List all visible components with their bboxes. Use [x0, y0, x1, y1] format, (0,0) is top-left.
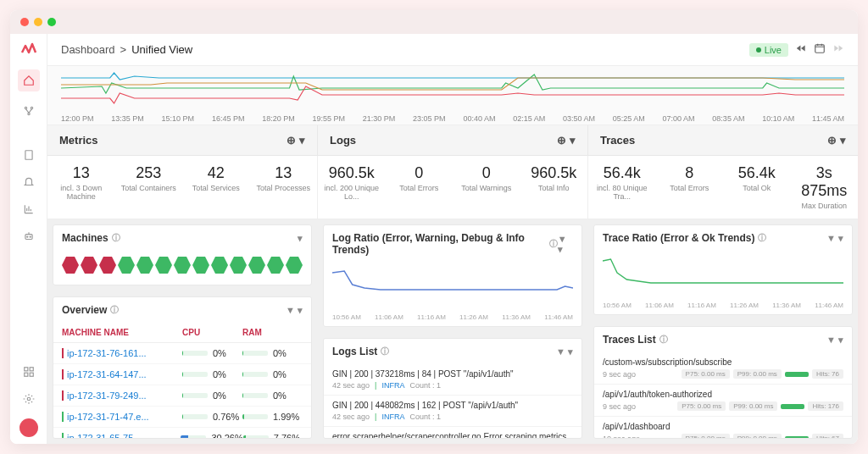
timeline-tick: 10:10 AM — [762, 114, 794, 123]
filter-icon[interactable]: ▾ — [298, 233, 303, 244]
machine-hex[interactable] — [174, 256, 191, 274]
logo-icon — [20, 41, 37, 58]
svg-point-0 — [25, 107, 26, 108]
info-icon[interactable]: ⓘ — [110, 304, 119, 316]
sidebar-gear-icon[interactable] — [21, 391, 36, 407]
log-ratio-panel: Log Ratio (Error, Warning, Debug & Info … — [323, 224, 582, 327]
topbar: Dashboard > Unified View Live — [47, 34, 858, 66]
info-icon[interactable]: ⓘ — [758, 232, 766, 244]
machine-hex[interactable] — [211, 256, 228, 274]
timeline-tick: 13:35 PM — [111, 114, 144, 123]
table-row[interactable]: ip-172-31-64-147...0%0% — [53, 364, 311, 385]
timeline-tick: 23:05 PM — [413, 114, 446, 123]
svg-rect-3 — [25, 151, 31, 160]
timeline-tick: 03:50 AM — [563, 114, 595, 123]
log-item[interactable]: error scraperhelper/scrapercontroller.go… — [324, 427, 581, 439]
timeline-tick: 12:00 PM — [61, 114, 94, 123]
breadcrumb: Dashboard > Unified View — [61, 43, 192, 56]
table-row[interactable]: ip-172-31-76-161...0%0% — [53, 343, 311, 364]
machine-hex[interactable] — [267, 256, 284, 274]
filter-icon[interactable]: ▼ ▾ — [556, 346, 573, 357]
breadcrumb-current: Unified View — [131, 43, 192, 56]
calendar-icon[interactable] — [814, 42, 826, 57]
overview-panel: Overviewⓘ▼ ▾ MACHINE NAMECPURAM ip-172-3… — [53, 296, 312, 439]
stat: 56.4kTotal Ok — [723, 156, 791, 219]
timeline-tick: 02:15 AM — [513, 114, 545, 123]
machine-hex[interactable] — [192, 256, 209, 274]
timeline-tick: 15:10 PM — [162, 114, 195, 123]
sidebar-chart-icon[interactable] — [21, 202, 36, 217]
stat: 253Total Containers — [115, 156, 183, 219]
info-icon[interactable]: ⓘ — [112, 232, 120, 244]
forward-icon[interactable] — [832, 42, 844, 57]
logs-add-icon[interactable]: ⊕ ▾ — [557, 134, 576, 147]
sidebar-grid-icon[interactable] — [21, 364, 36, 379]
info-icon[interactable]: ⓘ — [549, 238, 558, 250]
machine-hex[interactable] — [230, 256, 247, 274]
machine-hex[interactable] — [286, 256, 303, 274]
stat: 56.4kincl. 80 Unique Tra... — [588, 156, 656, 219]
filter-icon[interactable]: ▼ ▾ — [286, 305, 303, 316]
trace-item[interactable]: /api/v1/auth/token-authorized9 sec agoP7… — [594, 385, 852, 417]
machine-hex[interactable] — [118, 256, 135, 274]
section-metrics: Metrics⊕ ▾ — [47, 125, 318, 155]
stat: 960.5kincl. 200 Unique Lo... — [318, 156, 386, 219]
breadcrumb-sep: > — [120, 43, 127, 56]
machines-panel: Machinesⓘ▾ — [53, 224, 312, 285]
table-row[interactable]: ip-172-31-71-47.e...0.76%1.99% — [53, 407, 311, 428]
sidebar-bot-icon[interactable] — [21, 229, 36, 244]
machine-hex[interactable] — [99, 256, 116, 274]
log-item[interactable]: GIN | 200 | 373218ms | 84 | POST "/api/v… — [324, 364, 581, 396]
timeline-tick: 18:20 PM — [262, 114, 295, 123]
window-maximize-dot[interactable] — [47, 18, 56, 26]
stat: 0Total Errors — [386, 156, 453, 219]
sidebar-doc-icon[interactable] — [21, 147, 36, 163]
timeline-tick: 16:45 PM — [212, 114, 245, 123]
timeline-chart[interactable]: 12:00 PM13:35 PM15:10 PM16:45 PM18:20 PM… — [47, 66, 858, 125]
user-avatar[interactable] — [19, 418, 38, 437]
filter-icon[interactable]: ▼ ▾ — [558, 234, 573, 255]
timeline-tick: 05:25 AM — [613, 114, 645, 123]
svg-rect-12 — [815, 45, 825, 53]
metrics-add-icon[interactable]: ⊕ ▾ — [287, 134, 305, 147]
info-icon[interactable]: ⓘ — [381, 346, 389, 357]
log-item[interactable]: GIN | 200 | 448082ms | 162 | POST "/api/… — [324, 396, 581, 427]
rewind-icon[interactable] — [795, 42, 807, 57]
table-row[interactable]: ip-172-31-79-249...0%0% — [53, 385, 311, 407]
sidebar — [10, 34, 47, 444]
machine-hex[interactable] — [62, 256, 79, 274]
window-close-dot[interactable] — [20, 18, 29, 26]
stat: 3s 875msMax Duration — [791, 156, 859, 219]
svg-rect-10 — [30, 373, 33, 376]
stat: 13incl. 3 Down Machine — [47, 156, 115, 219]
filter-icon[interactable]: ▼ ▾ — [826, 233, 843, 244]
svg-point-11 — [27, 397, 31, 401]
machine-hex[interactable] — [248, 256, 265, 274]
window-minimize-dot[interactable] — [34, 18, 42, 26]
table-row[interactable]: ip-172-31-65-75...30.26%7.76% — [53, 428, 311, 439]
sidebar-bell-icon[interactable] — [21, 174, 36, 190]
stat: 42Total Services — [182, 156, 250, 219]
traces-add-icon[interactable]: ⊕ ▾ — [827, 134, 846, 147]
timeline-tick: 08:35 AM — [712, 114, 744, 123]
trace-item[interactable]: /api/v1/dashboard10 sec agoP75: 0.00 msP… — [594, 417, 852, 439]
stat: 13Total Processes — [250, 156, 318, 219]
sidebar-home-icon[interactable] — [18, 69, 40, 91]
sidebar-nodes-icon[interactable] — [21, 103, 36, 119]
trace-item[interactable]: /custom-ws/subscription/subscribe9 sec a… — [594, 352, 852, 385]
machine-hex[interactable] — [81, 256, 97, 274]
timeline-tick: 19:55 PM — [312, 114, 345, 123]
svg-rect-7 — [24, 368, 27, 371]
timeline-tick: 21:30 PM — [363, 114, 396, 123]
live-badge[interactable]: Live — [749, 43, 788, 57]
app-window: Dashboard > Unified View Live — [10, 10, 858, 444]
info-icon[interactable]: ⓘ — [659, 334, 668, 346]
timeline-tick: 11:45 AM — [812, 114, 844, 123]
trace-ratio-panel: Trace Ratio (Error & Ok Trends)ⓘ▼ ▾ 10:5… — [593, 224, 853, 315]
stat: 960.5kTotal Info — [520, 156, 588, 219]
machine-hex[interactable] — [155, 256, 172, 274]
breadcrumb-root[interactable]: Dashboard — [61, 43, 115, 56]
machine-hex[interactable] — [136, 256, 153, 274]
svg-point-6 — [30, 236, 31, 237]
filter-icon[interactable]: ▼ ▾ — [826, 335, 843, 346]
